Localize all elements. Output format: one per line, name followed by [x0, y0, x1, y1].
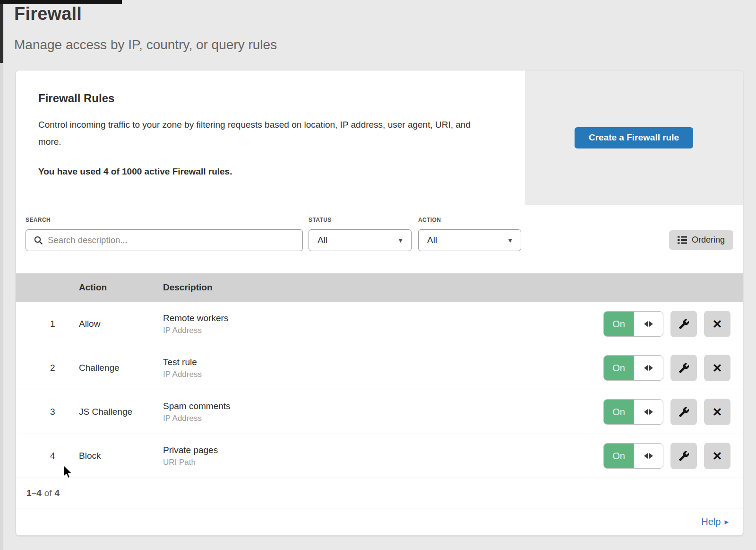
ordered-list-icon — [678, 236, 687, 244]
help-link[interactable]: Help ▸ — [701, 516, 729, 527]
rule-priority: 3 — [16, 407, 79, 417]
rule-description: Private pages — [163, 445, 603, 455]
delete-rule-button[interactable]: ✕ — [704, 399, 730, 425]
create-firewall-rule-button[interactable]: Create a Firewall rule — [575, 127, 693, 148]
wrench-icon — [679, 319, 689, 330]
rule-match-type: URI Path — [163, 458, 603, 467]
table-row: 3 JS Challenge Spam comments IP Address … — [16, 390, 743, 434]
close-icon: ✕ — [713, 450, 722, 462]
toggle-on-label: On — [604, 312, 634, 336]
delete-rule-button[interactable]: ✕ — [704, 443, 730, 469]
screen-corner-artifact-left — [0, 0, 3, 63]
column-header-action: Action — [79, 282, 163, 293]
search-input[interactable] — [48, 235, 296, 245]
edit-rule-button[interactable] — [670, 355, 697, 381]
rule-description-cell: Remote workers IP Address — [163, 313, 603, 335]
table-row: 1 Allow Remote workers IP Address On ✕ — [16, 302, 743, 346]
delete-rule-button[interactable]: ✕ — [704, 311, 730, 337]
action-select[interactable]: All ▼ — [418, 229, 521, 251]
rule-priority: 4 — [16, 451, 79, 461]
wrench-icon — [679, 407, 689, 418]
chevron-down-icon: ▼ — [397, 237, 404, 244]
action-selected-value: All — [427, 235, 437, 245]
rule-action: Allow — [79, 319, 163, 329]
pagination-of: of — [44, 488, 52, 498]
help-arrow-icon: ▸ — [724, 518, 729, 526]
rule-description-cell: Private pages URI Path — [163, 445, 603, 467]
ordering-button[interactable]: Ordering — [669, 230, 733, 250]
rule-match-type: IP Address — [163, 414, 603, 423]
rule-controls: On ✕ — [603, 399, 730, 425]
status-selected-value: All — [318, 235, 327, 245]
search-box[interactable] — [26, 229, 303, 251]
card-header-action-panel: Create a Firewall rule — [525, 70, 743, 205]
toggle-on-label: On — [604, 356, 634, 380]
close-icon: ✕ — [713, 318, 722, 330]
ordering-button-label: Ordering — [692, 235, 725, 245]
page-title: Firewall — [14, 4, 82, 24]
status-select[interactable]: All ▼ — [309, 229, 412, 251]
rule-enabled-toggle[interactable]: On — [603, 311, 663, 337]
wrench-icon — [679, 363, 689, 374]
search-label: SEARCH — [26, 217, 303, 223]
rule-enabled-toggle[interactable]: On — [603, 355, 663, 381]
toggle-on-label: On — [604, 400, 634, 424]
card-description: Control incoming traffic to your zone by… — [38, 116, 485, 150]
pagination-range: 1–4 — [26, 488, 42, 498]
screen-edge-strip — [0, 0, 3, 550]
close-icon: ✕ — [713, 362, 722, 374]
close-icon: ✕ — [713, 406, 722, 418]
toggle-handle-icon — [634, 356, 663, 380]
edit-rule-button[interactable] — [670, 443, 697, 469]
status-label: STATUS — [309, 217, 412, 223]
action-label: ACTION — [418, 217, 521, 223]
card-footer: Help ▸ — [16, 508, 743, 535]
table-header: Action Description — [16, 273, 743, 302]
column-header-description: Description — [163, 282, 743, 293]
help-link-label: Help — [701, 516, 721, 527]
rule-action: Block — [79, 451, 163, 461]
rule-controls: On ✕ — [603, 443, 730, 469]
rule-enabled-toggle[interactable]: On — [603, 399, 663, 425]
pagination-total: 4 — [55, 488, 60, 498]
firewall-rules-card: Firewall Rules Control incoming traffic … — [16, 70, 743, 536]
action-filter-group: ACTION All ▼ — [418, 217, 521, 273]
rule-controls: On ✕ — [603, 311, 730, 337]
rule-enabled-toggle[interactable]: On — [603, 443, 663, 469]
rule-description-cell: Spam comments IP Address — [163, 401, 603, 423]
search-icon — [34, 236, 43, 245]
chevron-down-icon: ▼ — [507, 237, 513, 244]
rule-description-cell: Test rule IP Address — [163, 357, 603, 379]
edit-rule-button[interactable] — [670, 311, 697, 337]
page-subtitle: Manage access by IP, country, or query r… — [14, 37, 277, 52]
filters-bar: SEARCH STATUS All ▼ ACTION All ▼ — [16, 205, 743, 273]
toggle-handle-icon — [634, 312, 663, 336]
rule-description: Spam comments — [163, 401, 603, 411]
rule-action: JS Challenge — [79, 407, 163, 417]
wrench-icon — [679, 451, 689, 462]
card-header-text: Firewall Rules Control incoming traffic … — [16, 70, 525, 205]
toggle-handle-icon — [634, 444, 663, 468]
table-row: 2 Challenge Test rule IP Address On ✕ — [16, 346, 743, 390]
toggle-handle-icon — [634, 400, 663, 424]
usage-summary: You have used 4 of 1000 active Firewall … — [38, 166, 506, 177]
delete-rule-button[interactable]: ✕ — [704, 355, 730, 381]
rule-action: Challenge — [79, 363, 163, 373]
rule-description: Test rule — [163, 357, 603, 367]
rule-match-type: IP Address — [163, 326, 603, 335]
status-filter-group: STATUS All ▼ — [309, 217, 412, 273]
edit-rule-button[interactable] — [670, 399, 697, 425]
toggle-on-label: On — [604, 444, 634, 468]
rule-controls: On ✕ — [603, 355, 730, 381]
pagination-bar: 1–4 of 4 — [16, 478, 743, 508]
card-header: Firewall Rules Control incoming traffic … — [16, 70, 743, 205]
table-row: 4 Block Private pages URI Path On ✕ — [16, 434, 743, 478]
card-title: Firewall Rules — [38, 92, 506, 105]
rule-priority: 1 — [16, 319, 79, 329]
rule-priority: 2 — [16, 363, 79, 373]
rule-match-type: IP Address — [163, 370, 603, 379]
search-filter-group: SEARCH — [26, 217, 303, 273]
rule-description: Remote workers — [163, 313, 603, 323]
